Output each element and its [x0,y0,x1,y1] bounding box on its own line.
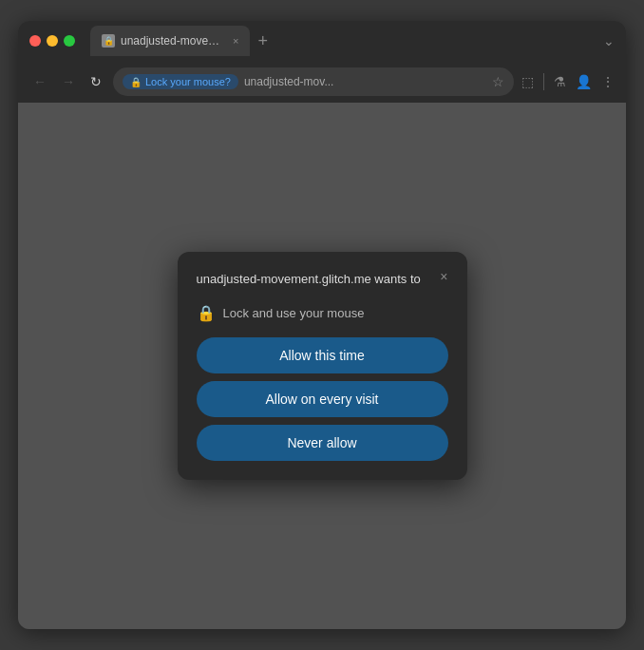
address-bar[interactable]: 🔒 Lock your mouse? unadjusted-mov... ☆ [113,67,514,96]
new-tab-button[interactable]: + [254,31,272,51]
more-options-icon[interactable]: ⋮ [601,74,615,89]
tab-favicon-icon: 🔒 [102,34,115,48]
minimize-window-button[interactable] [47,35,58,47]
page-content: unadjusted-movement.glitch.me wants to ×… [18,103,626,629]
dialog-close-button[interactable]: × [440,269,447,284]
never-allow-button[interactable]: Never allow [197,425,448,461]
tab-bar: 🔒 unadjusted-movement.glitch. × + [90,26,596,56]
bookmark-icon[interactable]: ☆ [492,74,504,89]
dialog-header: unadjusted-movement.glitch.me wants to × [197,271,448,288]
refresh-button[interactable]: ↻ [86,70,105,93]
lock-icon: 🔒 [130,77,142,87]
permission-text: Lock and use your mouse [223,306,365,320]
forward-button[interactable]: → [58,70,79,93]
nav-icons: ⬚ ⚗ 👤 ⋮ [521,73,615,90]
dialog-title: unadjusted-movement.glitch.me wants to [197,271,421,288]
dialog-permission: 🔒 Lock and use your mouse [197,304,448,322]
browser-window: 🔒 unadjusted-movement.glitch. × + ⌄ ← → … [18,21,626,629]
mouse-lock-icon: 🔒 [197,304,216,322]
tab-close-button[interactable]: × [233,35,238,47]
tab-title: unadjusted-movement.glitch. [121,34,225,48]
close-window-button[interactable] [29,35,41,47]
allow-every-visit-button[interactable]: Allow on every visit [197,381,448,417]
traffic-lights [29,35,75,47]
address-text: unadjusted-mov... [244,75,486,88]
profile-icon[interactable]: 👤 [576,74,592,89]
lock-badge-label: Lock your mouse? [145,76,231,87]
lab-icon[interactable]: ⚗ [554,74,566,89]
extensions-icon[interactable]: ⬚ [521,74,534,89]
dialog-actions: Allow this time Allow on every visit Nev… [197,337,448,461]
nav-bar: ← → ↻ 🔒 Lock your mouse? unadjusted-mov.… [18,61,626,103]
maximize-window-button[interactable] [64,35,75,47]
back-button[interactable]: ← [29,70,50,93]
permission-dialog: unadjusted-movement.glitch.me wants to ×… [178,252,467,479]
active-tab[interactable]: 🔒 unadjusted-movement.glitch. × [90,26,250,56]
nav-divider [543,73,544,90]
tab-dropdown-button[interactable]: ⌄ [603,33,615,48]
lock-badge[interactable]: 🔒 Lock your mouse? [123,74,238,89]
title-bar: 🔒 unadjusted-movement.glitch. × + ⌄ [18,21,626,61]
allow-this-time-button[interactable]: Allow this time [197,337,448,373]
